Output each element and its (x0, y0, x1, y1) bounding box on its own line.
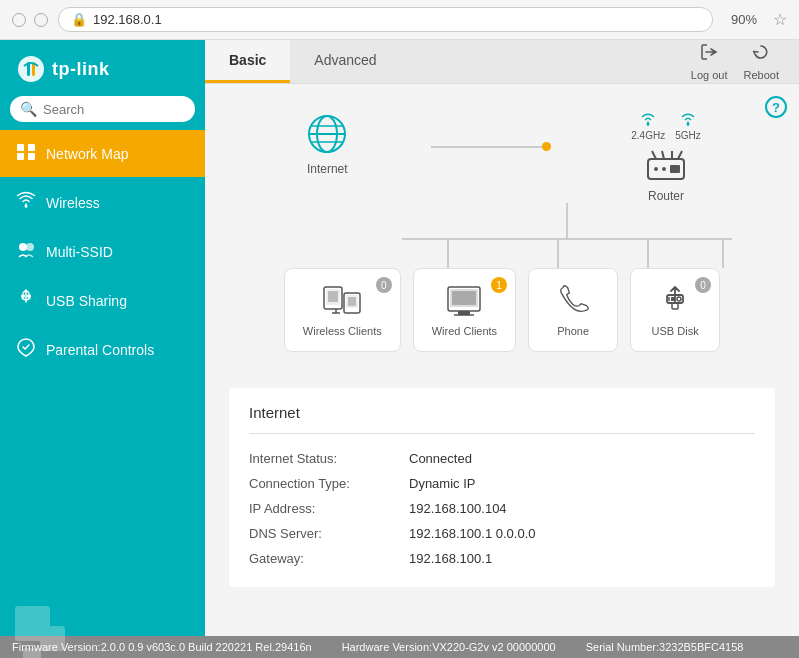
reboot-label: Reboot (744, 69, 779, 81)
info-value-connection-type: Dynamic IP (409, 476, 475, 491)
usb-sharing-label: USB Sharing (46, 293, 127, 309)
svg-rect-4 (28, 144, 35, 151)
sidebar: tp-link 🔍 Network Map (0, 40, 205, 636)
sidebar-item-network-map[interactable]: Network Map (0, 130, 205, 177)
internet-label: Internet (307, 162, 348, 176)
wired-clients-icon (444, 283, 484, 319)
usb-disk-icon (657, 283, 693, 319)
sidebar-item-parental-controls[interactable]: Parental Controls (0, 326, 205, 373)
info-row-connection-type: Connection Type: Dynamic IP (249, 471, 755, 496)
search-box[interactable]: 🔍 (10, 96, 195, 122)
browser-chrome: 🔒 192.168.0.1 90% ☆ (0, 0, 799, 40)
wifi-5ghz: 5GHz (675, 110, 701, 141)
router-node: 2.4GHz 5GHz (631, 110, 700, 203)
browser-back[interactable] (12, 13, 26, 27)
wifi-24ghz: 2.4GHz (631, 110, 665, 141)
tp-link-logo-icon (16, 54, 46, 84)
svg-point-25 (662, 167, 666, 171)
info-label-dns: DNS Server: (249, 526, 409, 541)
wired-clients-label: Wired Clients (432, 325, 497, 337)
connection-line (431, 146, 551, 148)
search-icon: 🔍 (20, 101, 37, 117)
tp-link-logo: tp-link (16, 54, 110, 84)
sidebar-item-multi-ssid[interactable]: Multi-SSID (0, 228, 205, 275)
address-text: 192.168.0.1 (93, 12, 162, 27)
svg-rect-32 (348, 297, 356, 306)
horizontal-line (402, 238, 732, 240)
router-icon (642, 149, 690, 185)
search-input[interactable] (43, 102, 185, 117)
network-diagram: Internet (229, 100, 775, 372)
svg-point-10 (21, 294, 25, 298)
phone-card[interactable]: Phone (528, 268, 618, 352)
diagram-top: Internet (229, 110, 775, 203)
sidebar-item-usb-sharing[interactable]: USB Sharing (0, 277, 205, 324)
usb-disk-label: USB Disk (652, 325, 699, 337)
wireless-clients-badge: 0 (376, 277, 392, 293)
vertical-line (566, 203, 568, 238)
router-label: Router (648, 189, 684, 203)
info-label-status: Internet Status: (249, 451, 409, 466)
device-cards: 0 Wireless Clients (284, 268, 720, 352)
main-content: Basic Advanced Log out (205, 40, 799, 636)
reboot-button[interactable]: Reboot (744, 42, 779, 81)
branch-lines (367, 238, 767, 268)
svg-rect-5 (17, 153, 24, 160)
tab-basic[interactable]: Basic (205, 40, 290, 83)
info-title: Internet (249, 404, 755, 421)
info-value-status: Connected (409, 451, 472, 466)
info-label-ip: IP Address: (249, 501, 409, 516)
svg-point-0 (18, 56, 44, 82)
top-bar: Basic Advanced Log out (205, 40, 799, 84)
wireless-clients-card[interactable]: 0 Wireless Clients (284, 268, 401, 352)
info-row-gateway: Gateway: 192.168.100.1 (249, 546, 755, 571)
svg-rect-29 (328, 291, 338, 302)
info-value-dns: 192.168.100.1 0.0.0.0 (409, 526, 536, 541)
wifi-5-label: 5GHz (675, 130, 701, 141)
svg-rect-6 (28, 153, 35, 160)
browser-nav (12, 13, 48, 27)
logout-button[interactable]: Log out (691, 42, 728, 81)
footer: Firmware Version:2.0.0 0.9 v603c.0 Build… (0, 636, 799, 658)
usb-disk-card[interactable]: 0 USB Disk (630, 268, 720, 352)
svg-rect-41 (671, 297, 675, 301)
app-wrapper: tp-link 🔍 Network Map (0, 40, 799, 636)
tab-advanced[interactable]: Advanced (290, 40, 400, 83)
network-map-icon (16, 141, 36, 166)
top-actions: Log out Reboot (691, 42, 779, 81)
connection-line-wrapper (431, 146, 551, 148)
info-value-gateway: 192.168.100.1 (409, 551, 492, 566)
lock-icon: 🔒 (71, 12, 87, 27)
parental-controls-label: Parental Controls (46, 342, 154, 358)
tick-1 (447, 238, 449, 268)
sidebar-item-wireless[interactable]: Wireless (0, 179, 205, 226)
info-section: Internet Internet Status: Connected Conn… (229, 388, 775, 587)
svg-line-21 (662, 151, 664, 159)
svg-line-20 (652, 151, 656, 159)
wired-clients-badge: 1 (491, 277, 507, 293)
info-label-connection-type: Connection Type: (249, 476, 409, 491)
connection-dot (542, 142, 551, 151)
svg-rect-3 (17, 144, 24, 151)
bookmark-icon[interactable]: ☆ (773, 10, 787, 29)
reboot-icon (751, 42, 771, 67)
address-bar[interactable]: 🔒 192.168.0.1 (58, 7, 713, 32)
info-row-dns: DNS Server: 192.168.100.1 0.0.0.0 (249, 521, 755, 546)
tabs: Basic Advanced (205, 40, 401, 83)
tick-4 (722, 238, 724, 268)
svg-point-17 (647, 123, 650, 126)
svg-line-23 (678, 151, 682, 159)
wireless-icon (16, 190, 36, 215)
info-divider (249, 433, 755, 434)
wifi-24-icon (639, 110, 657, 130)
internet-icon (303, 110, 351, 158)
wired-clients-card[interactable]: 1 Wired Clients (413, 268, 516, 352)
browser-forward[interactable] (34, 13, 48, 27)
wifi-24-label: 2.4GHz (631, 130, 665, 141)
tick-2 (557, 238, 559, 268)
usb-disk-badge: 0 (695, 277, 711, 293)
svg-point-24 (654, 167, 658, 171)
logo-text: tp-link (52, 59, 110, 80)
logout-icon (699, 42, 719, 67)
tick-3 (647, 238, 649, 268)
